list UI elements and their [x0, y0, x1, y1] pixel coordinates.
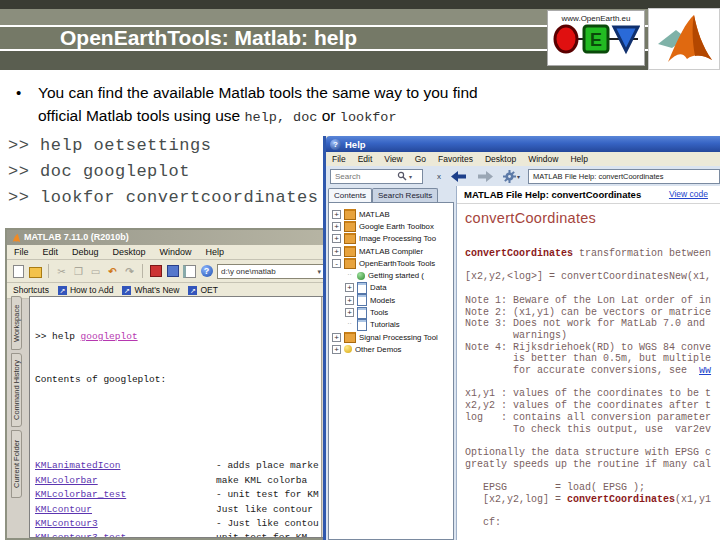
- menu-item-favorites[interactable]: Favorites: [432, 152, 479, 166]
- redo-icon[interactable]: ↷: [123, 265, 136, 278]
- menu-item-edit[interactable]: Edit: [36, 245, 66, 259]
- matlab-logo: [648, 8, 720, 70]
- tab-contents[interactable]: Contents: [328, 188, 372, 202]
- help-text-segment: Note 1: Beware of the Lon Lat order of i…: [465, 295, 711, 306]
- side-tab-workspace[interactable]: Workspace: [11, 296, 22, 350]
- function-link[interactable]: KMLcontour: [35, 504, 92, 515]
- help-text-segment: convertCoordinates: [465, 248, 573, 259]
- matlab-membrane-icon: [654, 12, 714, 66]
- search-caret-icon[interactable]: ▾: [409, 173, 412, 180]
- expand-plus-icon[interactable]: +: [332, 234, 341, 243]
- panel-close-icon[interactable]: x: [437, 172, 441, 181]
- help-text-segment: warnings): [465, 330, 567, 341]
- matlab-window: MATLAB 7.11.0 (R2010b) FileEditDebugDesk…: [5, 228, 333, 540]
- forward-icon[interactable]: [477, 171, 493, 182]
- menu-item-help[interactable]: Help: [564, 152, 593, 166]
- tree-item[interactable]: +MATLAB: [329, 208, 453, 220]
- help-text-segment: Note 2: (x1,y1) can be vectors or matric…: [465, 307, 711, 318]
- expand-plus-icon[interactable]: +: [332, 247, 341, 256]
- tree-item[interactable]: +Data: [329, 282, 453, 294]
- expand-plus-icon[interactable]: +: [332, 333, 341, 342]
- matlab-title-bar[interactable]: MATLAB 7.11.0 (R2010b): [7, 230, 331, 245]
- expand-plus-icon[interactable]: +: [345, 296, 354, 305]
- tree-item[interactable]: ··Getting started (: [329, 269, 453, 281]
- function-link[interactable]: KMLcolorbar_test: [35, 489, 126, 500]
- tree-item-label: Google Earth Toolbox: [359, 222, 434, 231]
- help-text-line: cf:: [465, 517, 720, 529]
- gear-caret-icon[interactable]: ▾: [517, 173, 520, 180]
- menu-item-debug[interactable]: Debug: [65, 245, 106, 259]
- bullet-line2-prefix: official Matlab tools using use: [38, 107, 245, 124]
- menu-item-desktop[interactable]: Desktop: [106, 245, 153, 259]
- menu-item-edit[interactable]: Edit: [352, 152, 379, 166]
- side-tab-command-history[interactable]: Command History: [11, 353, 22, 427]
- notes-icon[interactable]: [183, 265, 196, 278]
- help-text-line: is better than 0.5m, but multiple: [465, 353, 720, 365]
- paste-icon[interactable]: ▭: [89, 265, 102, 278]
- help-title-bar[interactable]: ? Help: [326, 136, 720, 152]
- tree-item[interactable]: ··Tutorials: [329, 319, 453, 331]
- tree-item[interactable]: +Google Earth Toolbox: [329, 220, 453, 232]
- menu-item-desktop[interactable]: Desktop: [479, 152, 522, 166]
- svg-text:E: E: [590, 30, 602, 50]
- search-input[interactable]: [333, 171, 395, 182]
- function-link[interactable]: KMLcontour3_test: [35, 532, 126, 538]
- command-window: >> help googleplot Contents of googleplo…: [29, 296, 333, 538]
- menu-item-view[interactable]: View: [378, 152, 408, 166]
- help-text-line: EPSG = load( EPSG );: [465, 482, 720, 494]
- back-icon[interactable]: [451, 171, 467, 182]
- toolbar-separator: [142, 264, 143, 278]
- function-link[interactable]: KMLcontour3: [35, 518, 98, 529]
- tab-search-results[interactable]: Search Results: [372, 188, 438, 202]
- tree-item[interactable]: +Image Processing Too: [329, 233, 453, 245]
- help-ball-icon[interactable]: ?: [200, 265, 213, 278]
- menu-item-help[interactable]: Help: [199, 245, 232, 259]
- bullet-marker: •: [16, 81, 38, 129]
- copy-icon[interactable]: ❐: [72, 265, 85, 278]
- expand-plus-icon[interactable]: +: [345, 283, 354, 292]
- function-description: - unit test for KM: [216, 488, 319, 502]
- menu-item-file[interactable]: File: [326, 152, 352, 166]
- expand-plus-icon[interactable]: +: [332, 222, 341, 231]
- page-address-combo[interactable]: MATLAB File Help: convertCoordinates: [528, 169, 720, 184]
- tree-item[interactable]: +Signal Processing Tool: [329, 331, 453, 343]
- function-link[interactable]: KMLanimatedIcon: [35, 460, 121, 471]
- expand-plus-icon[interactable]: +: [332, 345, 341, 354]
- tree-item[interactable]: +Other Demos: [329, 343, 453, 355]
- gear-icon[interactable]: [503, 170, 516, 183]
- toolbox-icon: [344, 246, 356, 257]
- search-box[interactable]: ▾: [330, 169, 423, 184]
- simulink-icon[interactable]: [149, 265, 162, 278]
- new-file-icon[interactable]: [12, 265, 25, 278]
- menu-item-go[interactable]: Go: [409, 152, 432, 166]
- tree-item[interactable]: -OpenEarthTools Tools: [329, 257, 453, 269]
- collapse-minus-icon[interactable]: -: [332, 259, 341, 268]
- hyperlink[interactable]: ww: [699, 365, 711, 376]
- tree-item[interactable]: +Tools: [329, 306, 453, 318]
- side-tab-current-folder[interactable]: Current Folder: [11, 430, 22, 498]
- menu-item-file[interactable]: File: [7, 245, 36, 259]
- help-text-line: for accurate conversions, see ww: [465, 365, 720, 377]
- matlab-side-tabs: WorkspaceCommand HistoryCurrent Folder: [11, 296, 27, 501]
- function-link[interactable]: KMLcolorbar: [35, 475, 98, 486]
- function-row: KMLcontour3_testunit test for KM: [35, 531, 320, 538]
- googleplot-link[interactable]: googleplot: [81, 331, 138, 342]
- open-folder-icon[interactable]: [29, 265, 42, 278]
- menu-item-window[interactable]: Window: [522, 152, 564, 166]
- cut-icon[interactable]: ✂: [55, 265, 68, 278]
- view-code-link[interactable]: View code: [669, 186, 708, 203]
- current-directory-combo[interactable]: d:\y one\matlab ▾: [217, 264, 325, 279]
- expand-plus-icon[interactable]: +: [345, 308, 354, 317]
- search-icon[interactable]: [397, 171, 407, 181]
- help-text-line: log : contains all conversion parameter: [465, 412, 720, 424]
- guide-icon[interactable]: [166, 265, 179, 278]
- help-contents-tree: +MATLAB+Google Earth Toolbox+Image Proce…: [328, 202, 454, 540]
- expand-plus-icon[interactable]: +: [332, 210, 341, 219]
- undo-icon[interactable]: ↶: [106, 265, 119, 278]
- tree-item-label: Tutorials: [370, 320, 400, 329]
- openearth-logo-label: www.OpenEarth.eu: [548, 14, 644, 23]
- help-text-segment: (x1,y1: [675, 494, 711, 505]
- tree-item[interactable]: +Models: [329, 294, 453, 306]
- menu-item-window[interactable]: Window: [153, 245, 199, 259]
- tree-item[interactable]: +MATLAB Compiler: [329, 245, 453, 257]
